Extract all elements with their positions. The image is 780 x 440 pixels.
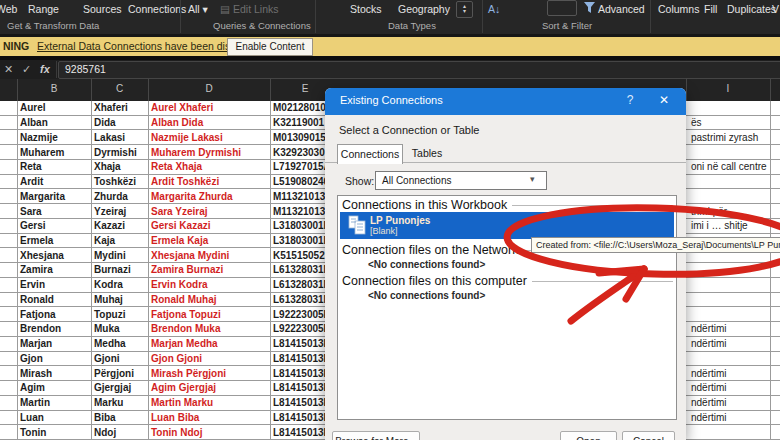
cell-first-name[interactable]: Reta [17, 160, 94, 174]
cell-last-name[interactable]: Topuzi [91, 307, 151, 321]
cell-full-name[interactable]: Reta Xhaja [148, 160, 273, 174]
cell-last-name[interactable]: Ndoj [91, 425, 151, 439]
close-icon[interactable]: ✕ [655, 93, 673, 109]
cell-last-name[interactable]: Kodra [91, 278, 151, 292]
cell-full-name[interactable]: Luan Biba [148, 411, 273, 425]
cell-full-name[interactable]: Tonin Ndoj [148, 425, 273, 439]
cell-last-name[interactable]: Xhaferi [91, 101, 151, 115]
cell-note[interactable]: imi i … shitje [688, 219, 780, 233]
ribbon-button-connections[interactable]: Connections [128, 2, 186, 16]
advanced-filter-button[interactable]: Advanced [598, 2, 645, 16]
cell-last-name[interactable]: Yzeiraj [91, 204, 151, 218]
cell-last-name[interactable]: Dyrmishi [91, 145, 151, 159]
cell-first-name[interactable]: Margarita [17, 189, 94, 203]
enable-content-button[interactable]: Enable Content [227, 38, 313, 56]
column-header-I[interactable]: I [686, 83, 770, 94]
cell-last-name[interactable]: Burnazi [91, 263, 151, 277]
cell-first-name[interactable]: Alban [17, 116, 94, 130]
filter-box[interactable] [547, 0, 577, 16]
cell-full-name[interactable]: Brendon Muka [148, 322, 273, 336]
cell-note[interactable]: trimi për … [688, 204, 780, 218]
cancel-button[interactable]: Cancel [622, 431, 675, 440]
cell-full-name[interactable]: Aurel Xhaferi [148, 101, 273, 115]
cell-full-name[interactable]: Alban Dida [148, 116, 273, 130]
cell-note[interactable]: oni në call centre [688, 160, 780, 174]
formula-cancel-icon[interactable]: ✕ [4, 63, 13, 76]
cell-first-name[interactable]: Xhesjana [17, 248, 94, 262]
data-type-geography[interactable]: Geography [398, 2, 450, 16]
tab-tables[interactable]: Tables [405, 144, 449, 163]
cell-last-name[interactable]: Përgjoni [91, 366, 151, 380]
cell-first-name[interactable]: Ardit [17, 175, 94, 189]
cell-first-name[interactable]: Tonin [17, 425, 94, 439]
cell-last-name[interactable]: Gjoni [91, 352, 151, 366]
cell-note[interactable]: ndërtimi [688, 322, 780, 336]
cell-first-name[interactable]: Sara [17, 204, 94, 218]
cell-first-name[interactable]: Muharem [17, 145, 94, 159]
cell-full-name[interactable]: Martin Marku [148, 396, 273, 410]
cell-first-name[interactable]: Nazmije [17, 130, 94, 144]
open-button[interactable]: Open [560, 431, 617, 440]
edit-links-button[interactable]: Edit Links [233, 2, 279, 16]
cell-last-name[interactable]: Gjergjaj [91, 381, 151, 395]
dialog-title-bar[interactable]: Existing Connections ? ✕ [325, 88, 686, 115]
cell-last-name[interactable]: Biba [91, 411, 151, 425]
cell-full-name[interactable]: Zamira Burnazi [148, 263, 273, 277]
cell-last-name[interactable]: Dida [91, 116, 151, 130]
formula-input[interactable]: 9285761 [58, 61, 780, 79]
cell-full-name[interactable]: Ardit Toshkëzi [148, 175, 273, 189]
cell-note[interactable]: ës [688, 116, 780, 130]
cell-first-name[interactable]: Mirash [17, 366, 94, 380]
flash-fill-button[interactable]: Fill [704, 2, 717, 16]
cell-full-name[interactable]: Gersi Kazazi [148, 219, 273, 233]
cell-full-name[interactable]: Fatjona Topuzi [148, 307, 273, 321]
cell-first-name[interactable]: Brendon [17, 322, 94, 336]
cell-full-name[interactable]: Sara Yzeiraj [148, 204, 273, 218]
cell-last-name[interactable]: Toshkëzi [91, 175, 151, 189]
ribbon-button-sources[interactable]: Sources [83, 2, 122, 16]
cell-full-name[interactable]: Ervin Kodra [148, 278, 273, 292]
cell-last-name[interactable]: Marku [91, 396, 151, 410]
cell-first-name[interactable]: Fatjona [17, 307, 94, 321]
cell-last-name[interactable]: Mydini [91, 248, 151, 262]
warning-link[interactable]: External Data Connections have been disa… [37, 40, 256, 52]
cell-full-name[interactable]: Nazmije Lakasi [148, 130, 273, 144]
cell-full-name[interactable]: Gjon Gjoni [148, 352, 273, 366]
cell-first-name[interactable]: Zamira [17, 263, 94, 277]
data-type-stocks[interactable]: Stocks [350, 2, 382, 16]
show-dropdown[interactable]: All Connections ▾ [375, 171, 547, 190]
cell-note[interactable]: ndërtimi [688, 411, 780, 425]
cell-first-name[interactable]: Gjon [17, 352, 94, 366]
tab-connections[interactable]: Connections [337, 144, 403, 164]
cell-first-name[interactable]: Aurel [17, 101, 94, 115]
refresh-all-dropdown[interactable]: All ▾ [188, 2, 208, 16]
cell-full-name[interactable]: Margarita Zhurda [148, 189, 273, 203]
help-icon[interactable]: ? [621, 93, 639, 109]
cell-full-name[interactable]: Ronald Muhaj [148, 293, 273, 307]
cell-last-name[interactable]: Muka [91, 322, 151, 336]
cell-note[interactable]: pastrimi zyrash [688, 130, 780, 144]
cell-first-name[interactable]: Martin [17, 396, 94, 410]
cell-last-name[interactable]: Kazazi [91, 219, 151, 233]
cell-last-name[interactable]: Medha [91, 337, 151, 351]
cell-full-name[interactable]: Ermela Kaja [148, 234, 273, 248]
remove-duplicates-button[interactable]: Duplicates [727, 2, 776, 16]
browse-for-more-button[interactable]: Browse for More... [332, 431, 420, 440]
cell-first-name[interactable]: Ronald [17, 293, 94, 307]
formula-enter-icon[interactable]: ✓ [22, 63, 31, 76]
cell-full-name[interactable]: Mirash Përgjoni [148, 366, 273, 380]
cell-last-name[interactable]: Muhaj [91, 293, 151, 307]
cell-note[interactable]: ndërtimi [688, 337, 780, 351]
cell-full-name[interactable]: Agim Gjergjaj [148, 381, 273, 395]
cell-first-name[interactable]: Luan [17, 411, 94, 425]
cell-first-name[interactable]: Ervin [17, 278, 94, 292]
cell-full-name[interactable]: Xhesjana Mydini [148, 248, 273, 262]
gallery-scroll-button[interactable]: ▴▾ [456, 1, 473, 18]
column-header-B[interactable]: B [17, 83, 91, 94]
cell-first-name[interactable]: Gersi [17, 219, 94, 233]
cell-note[interactable]: ndërtimi [688, 366, 780, 380]
cell-last-name[interactable]: Zhurda [91, 189, 151, 203]
ribbon-button-range[interactable]: Range [28, 2, 59, 16]
cell-note[interactable]: ndërtimi [688, 381, 780, 395]
ribbon-button-web[interactable]: Web [0, 2, 17, 16]
